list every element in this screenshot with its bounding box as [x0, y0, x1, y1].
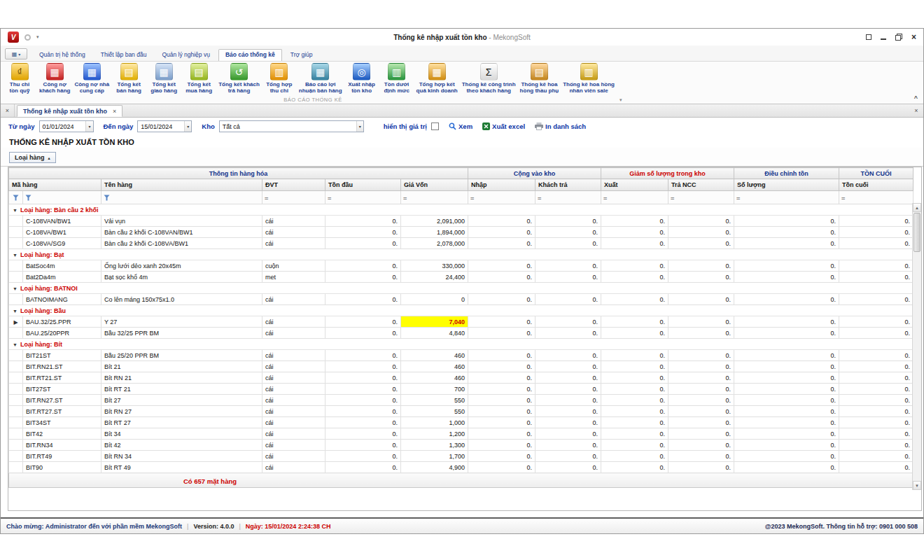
cell-khach-tra[interactable]: 0. [536, 462, 601, 473]
cell-ton-cuoi[interactable]: 0. [839, 406, 913, 417]
cell-dvt[interactable]: cái [262, 428, 326, 440]
cell-nhap[interactable]: 0. [468, 384, 536, 395]
cell-ton-cuoi[interactable]: 0. [839, 328, 913, 339]
cell-nhap[interactable]: 0. [468, 272, 536, 283]
cell-nhap[interactable]: 0. [468, 350, 536, 361]
collapse-group-icon[interactable]: ▼ [13, 208, 18, 213]
group-dialog-launcher-icon[interactable]: ▾ [620, 97, 622, 103]
cell-nhap[interactable]: 0. [468, 260, 536, 272]
cell-ten-hang[interactable]: Bầu 32/25 PPR BM [102, 328, 262, 339]
cell-gia-von[interactable]: 4,900 [401, 462, 468, 473]
cell-nhap[interactable]: 0. [468, 451, 536, 462]
cell-ton-dau[interactable]: 0. [326, 384, 401, 395]
cell-dvt[interactable]: cái [262, 227, 326, 238]
collapse-group-icon[interactable]: ▼ [13, 342, 18, 347]
cell-gia-von[interactable]: 550 [401, 406, 468, 417]
cell-ma-hang[interactable]: Bat2Da4m [23, 272, 102, 283]
cell-dvt[interactable]: cái [262, 384, 326, 395]
cell-khach-tra[interactable]: 0. [536, 428, 601, 440]
cell-ten-hang[interactable]: Bít RN 27 [102, 406, 262, 417]
cell-ton-cuoi[interactable]: 0. [839, 361, 913, 372]
col-khach-tra[interactable]: Khách trả [536, 179, 601, 191]
quick-access-dropdown-icon[interactable]: ▾ [36, 34, 39, 40]
cell-xuat[interactable]: 0. [601, 417, 668, 428]
collapse-group-icon[interactable]: ▼ [13, 253, 18, 258]
table-row[interactable]: C-108VA/SG9Bàn cầu 2 khối C-108VA/BW1cái… [9, 238, 913, 249]
cell-tra-ncc[interactable]: 0. [668, 294, 734, 305]
filter-ten-hang[interactable] [102, 191, 262, 204]
cell-nhap[interactable]: 0. [468, 238, 536, 249]
cell-khach-tra[interactable]: 0. [536, 227, 601, 238]
cell-nhap[interactable]: 0. [468, 462, 536, 473]
cell-ma-hang[interactable]: BIT.RT21.ST [23, 372, 102, 384]
cell-gia-von[interactable]: 1,200 [401, 428, 468, 440]
cell-ton-dau[interactable]: 0. [326, 440, 401, 451]
group-row[interactable]: ▼Loại hàng: Bàn cầu 2 khối [9, 204, 913, 216]
cell-gia-von[interactable]: 4,840 [401, 328, 468, 339]
cell-so-luong[interactable]: 0. [734, 417, 839, 428]
cell-khach-tra[interactable]: 0. [536, 238, 601, 249]
cell-gia-von[interactable]: 460 [401, 350, 468, 361]
cell-ma-hang[interactable]: BIT.RT49 [23, 451, 102, 462]
cell-ten-hang[interactable]: Bít RT 27 [102, 417, 262, 428]
cell-ma-hang[interactable]: BIT21ST [23, 350, 102, 361]
table-row[interactable]: BIT34STBít RT 27cái0.1,0000.0.0.0.0.0. [9, 417, 913, 428]
filter-gia-von[interactable]: = [401, 191, 468, 204]
tab-close-icon[interactable]: × [113, 108, 116, 115]
cell-ton-dau[interactable]: 0. [326, 451, 401, 462]
cell-gia-von[interactable]: 0 [401, 294, 468, 305]
cell-ma-hang[interactable]: BIT27ST [23, 384, 102, 395]
cell-dvt[interactable]: cái [262, 361, 326, 372]
cell-so-luong[interactable]: 0. [734, 260, 839, 272]
cell-gia-von[interactable]: 460 [401, 361, 468, 372]
cell-dvt[interactable]: cái [262, 451, 326, 462]
cell-khach-tra[interactable]: 0. [536, 384, 601, 395]
tabstrip-close-icon[interactable]: × [909, 104, 923, 117]
cell-ma-hang[interactable]: BAU.32/25.PPR [23, 316, 102, 328]
band-thong-tin-hang-hoa[interactable]: Thông tin hàng hóa [9, 168, 468, 179]
filter-ton-dau[interactable]: = [326, 191, 401, 204]
table-row[interactable]: C-108VA/BW1Bàn cầu 2 khối C-108VAN/BW1cá… [9, 227, 913, 238]
table-row[interactable]: Bat2Da4mBạt sọc khổ 4mmet0.24,4000.0.0.0… [9, 272, 913, 283]
cell-ten-hang[interactable]: Y 27 [102, 316, 262, 328]
document-tab-active[interactable]: Thống kê nhập xuất tồn kho × [17, 105, 122, 117]
export-excel-button[interactable]: Xuất excel [482, 122, 525, 130]
cell-ten-hang[interactable]: Bàn cầu 2 khối C-108VAN/BW1 [102, 227, 262, 238]
filter-ma-hang[interactable] [23, 191, 102, 204]
band-dieu-chinh-ton[interactable]: Điều chỉnh tồn [734, 168, 839, 179]
cell-nhap[interactable]: 0. [468, 328, 536, 339]
scroll-down-icon[interactable]: ▼ [913, 481, 921, 490]
scrollbar-thumb[interactable] [913, 213, 920, 252]
cell-ton-dau[interactable]: 0. [326, 316, 401, 328]
cell-ton-dau[interactable]: 0. [326, 260, 401, 272]
cell-nhap[interactable]: 0. [468, 216, 536, 227]
ribbon-button-cong-no-nha-cung-cap[interactable]: ▦Công nợ nhà cung cấp [72, 62, 111, 94]
cell-ton-dau[interactable]: 0. [326, 406, 401, 417]
cell-ton-dau[interactable]: 0. [326, 294, 401, 305]
filter-ton-cuoi[interactable]: = [839, 191, 913, 204]
restore-icon[interactable] [895, 34, 902, 41]
band-giam-so-luong-trong-kho[interactable]: Giảm số lượng trong kho [601, 168, 734, 179]
ribbon-button-bao-cao-loi-nhuan-ban-hang[interactable]: ▦Báo cáo lợi nhuận bán hàng [297, 62, 344, 94]
cell-nhap[interactable]: 0. [468, 440, 536, 451]
cell-ton-dau[interactable]: 0. [326, 328, 401, 339]
ribbon-button-tong-hop-thu-chi[interactable]: ▥Tổng hợp thu chi [262, 62, 297, 94]
col-ton-cuoi[interactable]: Tồn cuối [839, 179, 913, 191]
cell-xuat[interactable]: 0. [601, 260, 668, 272]
cell-ton-dau[interactable]: 0. [326, 395, 401, 406]
col-xuat[interactable]: Xuất [601, 179, 668, 191]
table-row[interactable]: BIT21STBầu 25/20 PPR BMcái0.4600.0.0.0.0… [9, 350, 913, 361]
cell-ma-hang[interactable]: BIT.RN34 [23, 440, 102, 451]
cell-tra-ncc[interactable]: 0. [668, 216, 734, 227]
cell-ton-cuoi[interactable]: 0. [839, 428, 913, 440]
show-values-checkbox[interactable] [431, 122, 439, 130]
close-all-tabs-icon[interactable]: × [1, 104, 15, 117]
ribbon-button-thong-ke-cong-trinh-theo-khach-hang[interactable]: ΣThống kê công trình theo khách hàng [460, 62, 518, 94]
ribbon-button-ton-duoi-dinh-muc[interactable]: ▥Tồn dưới định mức [379, 62, 414, 94]
cell-ma-hang[interactable]: C-108VAN/BW1 [23, 216, 102, 227]
scroll-up-icon[interactable]: ▲ [913, 203, 921, 212]
cell-so-luong[interactable]: 0. [734, 462, 839, 473]
ribbon-button-tong-ket-ban-hang[interactable]: ▤Tổng kết bán hàng [111, 62, 146, 94]
collapse-group-icon[interactable]: ▼ [13, 309, 18, 314]
ribbon-button-thu-chi-ton-quy[interactable]: ₫Thu chi tồn quỹ [2, 62, 37, 94]
